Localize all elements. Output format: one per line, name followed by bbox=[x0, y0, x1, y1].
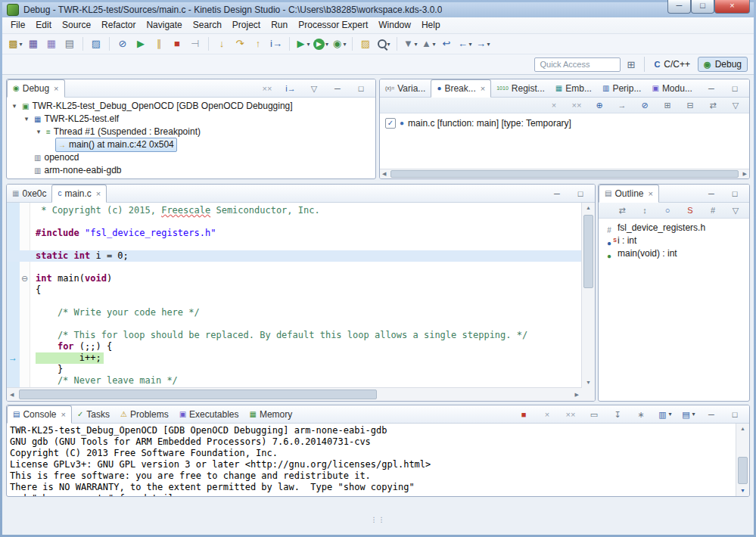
new-c-file-icon[interactable]: ▨ bbox=[87, 36, 105, 52]
outline-item[interactable]: ●Si : int bbox=[599, 234, 749, 247]
back-icon[interactable]: ←▾ bbox=[456, 36, 474, 52]
tab-executables[interactable]: ▣Executables bbox=[174, 405, 244, 423]
code-line[interactable]: static int i = 0; bbox=[7, 250, 582, 262]
code-line[interactable]: /* Write your code here */ bbox=[7, 307, 582, 318]
sort-icon[interactable]: ↕ bbox=[636, 204, 654, 216]
instruction-stepping-mode-icon[interactable]: i→ bbox=[282, 82, 300, 95]
console-vscrollbar[interactable]: ▲ ▼ bbox=[736, 424, 749, 496]
remove-all-breakpoints-icon[interactable]: ×× bbox=[568, 99, 586, 111]
remove-breakpoint-icon[interactable]: × bbox=[545, 99, 563, 111]
close-window-button[interactable]: × bbox=[714, 0, 750, 14]
skip-all-breakpoints-icon[interactable]: ⊘ bbox=[114, 36, 132, 52]
perspective-cpp-button[interactable]: CC/C++ bbox=[648, 57, 696, 72]
tab-memory[interactable]: ▦Memory bbox=[244, 405, 297, 423]
tab-peripherals[interactable]: ▥Perip... bbox=[597, 79, 646, 97]
clear-console-icon[interactable]: ▭ bbox=[585, 408, 603, 421]
tab-main-c[interactable]: cmain.c× bbox=[51, 185, 107, 203]
tab-variables[interactable]: (x)=Varia... bbox=[380, 79, 431, 97]
fold-minus-icon[interactable]: ⊖ bbox=[21, 273, 28, 284]
print-icon[interactable]: ▤ bbox=[61, 36, 79, 52]
title-bar[interactable]: Debug - TWR-KL25-test/Sources/main.c - K… bbox=[2, 2, 754, 17]
save-all-icon[interactable]: ▦ bbox=[42, 36, 61, 52]
tab-modules[interactable]: ▣Modu... bbox=[646, 79, 697, 97]
hide-static-members-icon[interactable]: S bbox=[681, 204, 699, 216]
menu-item-help[interactable]: Help bbox=[416, 17, 446, 33]
code-line[interactable] bbox=[7, 262, 582, 273]
tab-outline[interactable]: ▤ Outline × bbox=[599, 185, 659, 203]
tree-row[interactable]: ▾▦TWR-KL25-test.elf bbox=[7, 113, 375, 126]
code-line[interactable]: { bbox=[7, 284, 582, 296]
hide-fields-icon[interactable]: ○ bbox=[658, 204, 677, 216]
code-line[interactable] bbox=[7, 216, 582, 228]
quick-access-box[interactable]: Quick Access bbox=[534, 57, 621, 72]
pin-console-icon[interactable]: ∗ bbox=[632, 408, 650, 421]
menu-item-refactor[interactable]: Refactor bbox=[96, 17, 141, 33]
external-tools-icon[interactable]: ▶▾ bbox=[294, 36, 312, 52]
expander-icon[interactable]: ▾ bbox=[22, 113, 31, 126]
menu-item-search[interactable]: Search bbox=[188, 17, 227, 33]
previous-annotation-icon[interactable]: ▲▾ bbox=[419, 36, 437, 52]
menu-item-navigate[interactable]: Navigate bbox=[141, 17, 187, 33]
menu-item-window[interactable]: Window bbox=[373, 17, 416, 33]
step-over-icon[interactable]: ↷ bbox=[231, 36, 249, 52]
tree-row[interactable]: ▥arm-none-eabi-gdb bbox=[7, 164, 375, 177]
maximize-icon[interactable]: □ bbox=[571, 187, 590, 200]
hide-non-public-icon[interactable]: # bbox=[704, 204, 722, 216]
disconnect-icon[interactable]: ⊣ bbox=[186, 36, 204, 52]
code-line[interactable]: for (;;) { bbox=[7, 341, 582, 352]
minimize-icon[interactable]: ─ bbox=[702, 82, 720, 95]
outline-item[interactable]: ●main(void) : int bbox=[599, 247, 749, 260]
menu-item-processor-expert[interactable]: Processor Expert bbox=[293, 17, 373, 33]
breakpoint-row[interactable]: ✓●main.c [function: main] [type: Tempora… bbox=[380, 113, 749, 130]
editor-hscrollbar[interactable]: ◀ ▶ bbox=[7, 387, 582, 401]
code-line[interactable]: #include "fsl_device_registers.h" bbox=[7, 228, 582, 239]
close-tab-icon[interactable]: × bbox=[61, 410, 65, 419]
close-tab-icon[interactable]: × bbox=[481, 84, 485, 93]
scrollbar-thumb[interactable] bbox=[19, 390, 377, 399]
view-menu-icon[interactable]: ▽ bbox=[726, 99, 745, 111]
remove-launch-icon[interactable]: × bbox=[538, 408, 556, 421]
scrollbar-thumb[interactable] bbox=[390, 170, 739, 178]
minimize-window-button[interactable]: ─ bbox=[667, 0, 691, 14]
menu-item-source[interactable]: Source bbox=[57, 17, 96, 33]
scrollbar-thumb[interactable] bbox=[738, 457, 748, 484]
tree-row[interactable]: ▾≡Thread #1 (Suspended : Breakpoint) bbox=[7, 126, 375, 138]
show-supported-breakpoints-icon[interactable]: ⊕ bbox=[590, 99, 608, 111]
step-return-icon[interactable]: ↑ bbox=[249, 36, 267, 52]
expander-icon[interactable]: ▾ bbox=[10, 100, 19, 113]
code-line[interactable] bbox=[7, 318, 582, 330]
tree-row[interactable]: ▾▣TWR-KL25-test_Debug_OpenOCD [GDB OpenO… bbox=[7, 100, 375, 113]
perspective-debug-button[interactable]: ◉Debug bbox=[698, 57, 748, 72]
scrollbar-thumb[interactable] bbox=[583, 215, 593, 288]
step-into-icon[interactable]: ↓ bbox=[213, 36, 231, 52]
minimize-icon[interactable]: ─ bbox=[328, 82, 347, 95]
maximize-icon[interactable]: □ bbox=[352, 82, 370, 95]
go-to-file-icon[interactable]: → bbox=[613, 99, 631, 111]
terminate-icon[interactable]: ■ bbox=[168, 36, 186, 52]
menu-item-project[interactable]: Project bbox=[227, 17, 266, 33]
skip-all-breakpoints-icon[interactable]: ⊘ bbox=[636, 99, 654, 111]
minimize-icon[interactable]: ─ bbox=[702, 408, 720, 421]
link-with-editor-icon[interactable]: ⇄ bbox=[613, 204, 631, 216]
close-tab-icon[interactable]: × bbox=[54, 84, 58, 93]
save-icon[interactable]: ▦ bbox=[24, 36, 42, 52]
code-area[interactable]: * Copyright (c) 2015, Freescale Semicond… bbox=[7, 203, 582, 388]
terminate-icon[interactable]: ■ bbox=[515, 408, 533, 421]
new-wizard-icon[interactable]: ▩▾ bbox=[6, 36, 24, 52]
display-selected-console-icon[interactable]: ▥▾ bbox=[655, 408, 674, 421]
forward-icon[interactable]: →▾ bbox=[474, 36, 492, 52]
remove-all-terminated-icon[interactable]: ×× bbox=[258, 82, 276, 95]
code-line[interactable] bbox=[7, 296, 582, 307]
tree-row[interactable]: →main() at main.c:42 0x504 bbox=[7, 138, 375, 151]
resume-icon[interactable]: ▶ bbox=[132, 36, 150, 52]
code-line[interactable]: /* Never leave main */ bbox=[7, 375, 582, 386]
tab-problems[interactable]: ⚠Problems bbox=[115, 405, 174, 423]
code-line[interactable]: ⊖int main(void) bbox=[7, 273, 582, 284]
menu-item-run[interactable]: Run bbox=[266, 17, 293, 33]
code-line[interactable]: /* This for loop should be replaced. By … bbox=[7, 330, 582, 341]
maximize-icon[interactable]: □ bbox=[726, 187, 744, 200]
code-line[interactable] bbox=[7, 239, 582, 250]
collapse-all-icon[interactable]: ⊟ bbox=[681, 99, 699, 111]
scroll-lock-icon[interactable]: ↧ bbox=[608, 408, 627, 421]
remove-all-terminated-icon[interactable]: ×× bbox=[562, 408, 580, 421]
